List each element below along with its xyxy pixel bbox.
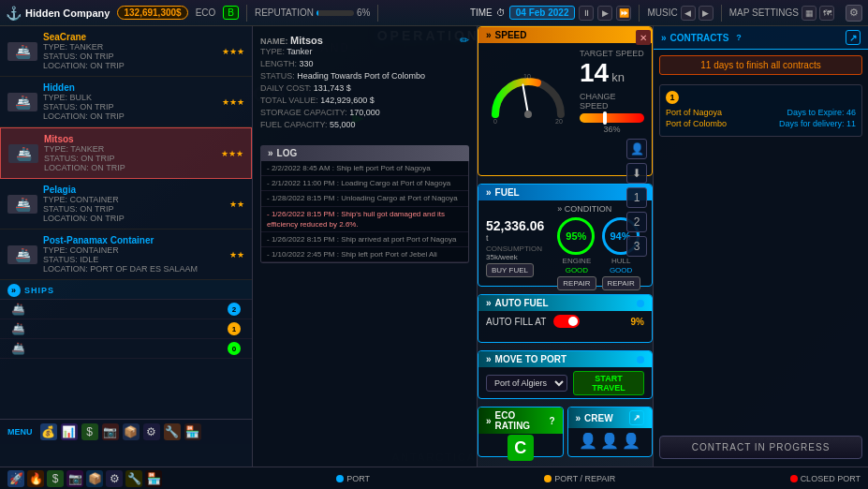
speed-slider[interactable] xyxy=(580,113,644,123)
map-icon[interactable]: 🗺 xyxy=(819,6,834,21)
contract-in-progress-btn[interactable]: CONTRACT IN PROGRESS xyxy=(659,436,862,459)
menu-label: MENU xyxy=(7,427,33,437)
eco-panel: » ECO RATING ? C xyxy=(478,407,564,457)
map-btn-1[interactable]: 👤 xyxy=(626,139,647,159)
separator xyxy=(246,5,247,22)
menu-btn-5[interactable]: 📦 xyxy=(123,423,140,440)
menu-btn-2[interactable]: 📊 xyxy=(61,423,78,440)
bottom-icon-6[interactable]: ⚙ xyxy=(106,470,123,487)
menu-section: MENU 💰 📊 $ 📷 📦 ⚙ 🔧 🏪 xyxy=(0,419,253,444)
fast-btn[interactable]: ⏩ xyxy=(616,6,631,21)
fuel-cap-label: FUEL CAPACITY: xyxy=(260,120,330,129)
speed-slider-handle xyxy=(603,111,607,125)
ship-icon-seacrane: 🚢 xyxy=(7,42,37,61)
sub-ship-row-2: 🚢 1 xyxy=(0,319,252,339)
edit-icon[interactable]: ✏ xyxy=(460,34,469,47)
ship-location-mitsos: LOCATION: ON TRIP xyxy=(44,163,215,172)
crew-icon-1: 👤 xyxy=(579,432,597,450)
auto-fuel-pct: 9% xyxy=(631,317,644,327)
bottom-icon-3[interactable]: $ xyxy=(47,470,64,487)
repair-hull-btn[interactable]: REPAIR xyxy=(602,276,640,290)
ship-item-postpanamax[interactable]: 🚢 Post-Panamax Container TYPE: CONTAINER… xyxy=(0,230,252,280)
eco-grade: C xyxy=(508,435,534,461)
contracts-expand-btn[interactable]: ↗ xyxy=(846,30,861,45)
fuel-amount-value: 52,336.06 xyxy=(486,218,544,233)
auto-fuel-toggle[interactable] xyxy=(553,315,580,328)
ship-icon-postpanamax: 🚢 xyxy=(7,245,37,264)
grid-icon[interactable]: ▦ xyxy=(802,6,817,21)
speedometer-svg: 0 10 20 xyxy=(486,58,570,124)
company-name: ⚓ Hidden Company xyxy=(6,6,110,21)
bottom-icon-7[interactable]: 🔧 xyxy=(125,470,142,487)
port-select[interactable]: Port of Algiers xyxy=(486,375,567,392)
date-badge: 04 Feb 2022 xyxy=(509,6,576,20)
ship-type-mitsos: TYPE: TANKER xyxy=(44,144,215,154)
speed-value: 14 xyxy=(580,58,609,88)
bottom-icon-5[interactable]: 📦 xyxy=(86,470,103,487)
bottom-icon-8[interactable]: 🏪 xyxy=(145,470,162,487)
separator4 xyxy=(721,5,722,22)
contracts-panel: » CONTRACTS ? ↗ 11 days to finish all co… xyxy=(653,26,868,467)
repair-engine-btn[interactable]: REPAIR xyxy=(557,276,596,290)
crew-chevron: » xyxy=(576,413,581,423)
legend-dot-closed xyxy=(790,475,798,482)
target-speed-label: TARGET SPEED xyxy=(580,49,644,58)
menu-btn-1[interactable]: 💰 xyxy=(40,423,57,440)
map-btn-3[interactable]: 1 xyxy=(626,187,647,208)
eco-badge: B xyxy=(223,6,239,20)
ship-status-pelagia: STATUS: ON TRIP xyxy=(43,204,224,214)
eco-label: ECO RATING xyxy=(495,410,542,431)
svg-text:20: 20 xyxy=(555,118,563,124)
ship-name-mitsos: Mitsos xyxy=(44,134,215,144)
start-travel-button[interactable]: START TRAVEL xyxy=(573,371,644,395)
menu-btn-6[interactable]: ⚙ xyxy=(143,423,160,440)
bottom-icon-1[interactable]: 🚀 xyxy=(7,470,24,487)
crew-label: CREW xyxy=(584,413,613,423)
music-next[interactable]: ▶ xyxy=(699,6,714,21)
pause-btn[interactable]: ⏸ xyxy=(579,6,594,21)
ship-item-hidden[interactable]: 🚢 Hidden TYPE: BULK STATUS: ON TRIP LOCA… xyxy=(0,77,252,127)
bottom-icon-2[interactable]: 🔥 xyxy=(27,470,44,487)
menu-btn-3[interactable]: $ xyxy=(81,423,98,440)
consumption-label: CONSUMPTION xyxy=(486,244,544,253)
map-btn-5[interactable]: 3 xyxy=(626,236,647,257)
menu-btn-4[interactable]: 📷 xyxy=(102,423,119,440)
move-port-label: MOVE TO PORT xyxy=(495,354,567,364)
ship-stars-mitsos: ★★★ xyxy=(221,149,243,158)
crew-icon-2: 👤 xyxy=(600,432,619,450)
legend-dot-repair xyxy=(544,475,552,482)
auto-fuel-header: » AUTO FUEL xyxy=(478,295,652,311)
status-label: STATUS: xyxy=(260,71,297,81)
fuel-label: FUEL xyxy=(495,187,520,198)
field-storage: STORAGE CAPACITY: 170,000 xyxy=(260,108,469,117)
sub-ship-row-3: 🚢 0 xyxy=(0,339,252,359)
ship-item-seacrane[interactable]: 🚢 SeaCrane TYPE: TANKER STATUS: ON TRIP … xyxy=(0,26,252,77)
contract-number: 1 xyxy=(666,91,679,104)
menu-btn-8[interactable]: 🏪 xyxy=(184,423,201,440)
clock-icon: ⏱ xyxy=(496,7,506,18)
ship-info-pelagia: Pelagia TYPE: CONTAINER STATUS: ON TRIP … xyxy=(43,185,224,223)
crew-manage-btn[interactable]: ↗ xyxy=(629,410,644,425)
ship-item-mitsos[interactable]: 🚢 Mitsos TYPE: TANKER STATUS: ON TRIP LO… xyxy=(0,127,252,179)
music-prev[interactable]: ◀ xyxy=(681,6,696,21)
top-bar: ⚓ Hidden Company 132,691,300$ ECO B REPU… xyxy=(0,0,868,26)
log-entry-2: - 2/1/2022 11:00 PM : Loading Cargo at P… xyxy=(261,176,468,191)
map-btn-2[interactable]: ⬇ xyxy=(626,163,647,184)
legend-dot-port xyxy=(336,475,344,482)
map-btn-4[interactable]: 2 xyxy=(626,212,647,232)
bottom-icon-4[interactable]: 📷 xyxy=(66,470,83,487)
engine-status: GOOD xyxy=(557,266,596,274)
ship-detail-panel: NAME: Mitsos ✏ TYPE: Tanker LENGTH: 330 … xyxy=(253,26,478,467)
ship-item-pelagia[interactable]: 🚢 Pelagia TYPE: CONTAINER STATUS: ON TRI… xyxy=(0,179,252,230)
contract-port-from-row: Port of Nagoya Days to Expire: 46 xyxy=(666,108,856,117)
total-value-value: 142,929,600 $ xyxy=(320,96,375,105)
contract-port-to-row: Port of Colombo Days for delivery: 11 xyxy=(666,119,856,128)
buy-fuel-button[interactable]: BUY FUEL xyxy=(486,263,534,277)
music-label: MUSIC xyxy=(647,7,677,18)
menu-btn-7[interactable]: 🔧 xyxy=(164,423,181,440)
svg-text:10: 10 xyxy=(523,73,531,80)
close-button[interactable]: ✕ xyxy=(636,30,651,45)
settings-btn[interactable]: ⚙ xyxy=(846,5,862,22)
play-btn[interactable]: ▶ xyxy=(597,6,612,21)
reputation-section: REPUTATION 6% xyxy=(255,7,370,18)
